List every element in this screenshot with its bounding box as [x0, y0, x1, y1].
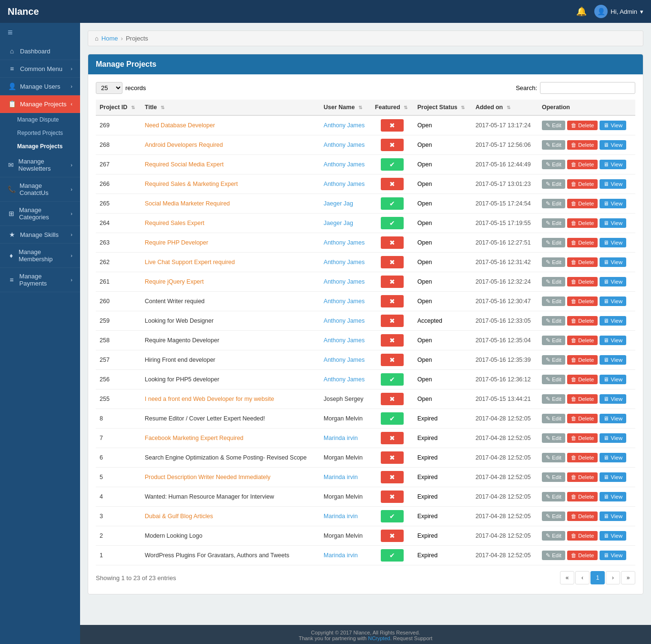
- delete-button[interactable]: 🗑 Delete: [567, 179, 598, 189]
- edit-button[interactable]: ✎ Edit: [542, 414, 565, 423]
- featured-no-button[interactable]: ✖: [381, 315, 404, 327]
- featured-no-button[interactable]: ✖: [381, 451, 404, 464]
- title-link[interactable]: Live Chat Support Expert required: [145, 259, 235, 266]
- featured-no-button[interactable]: ✖: [381, 432, 404, 444]
- delete-button[interactable]: 🗑 Delete: [567, 336, 598, 345]
- pagination-page-1[interactable]: 1: [590, 571, 605, 584]
- edit-button[interactable]: ✎ Edit: [542, 199, 565, 208]
- featured-no-button[interactable]: ✖: [381, 393, 404, 405]
- delete-button[interactable]: 🗑 Delete: [567, 472, 598, 482]
- sidebar-item-manage-skills[interactable]: ★ Manage Skills ›: [0, 226, 80, 244]
- title-link[interactable]: Modern Looking Logo: [145, 532, 203, 539]
- featured-no-button[interactable]: ✖: [381, 354, 404, 366]
- featured-no-button[interactable]: ✖: [381, 178, 404, 190]
- featured-no-button[interactable]: ✖: [381, 236, 404, 249]
- featured-no-button[interactable]: ✖: [381, 334, 404, 347]
- title-link[interactable]: Looking for Web Designer: [145, 317, 214, 324]
- delete-button[interactable]: 🗑 Delete: [567, 551, 598, 560]
- featured-no-button[interactable]: ✖: [381, 530, 404, 542]
- pagination-prev[interactable]: ‹: [575, 571, 590, 584]
- delete-button[interactable]: 🗑 Delete: [567, 199, 598, 208]
- records-per-page-select[interactable]: 25 10 50 100: [96, 82, 122, 94]
- view-button[interactable]: 🖥 View: [600, 218, 626, 228]
- title-link[interactable]: Required Sales & Marketing Expert: [145, 181, 238, 187]
- notification-bell-icon[interactable]: 🔔: [576, 6, 587, 17]
- title-link[interactable]: Product Description Writer Needed Immedi…: [145, 474, 271, 480]
- view-button[interactable]: 🖥 View: [600, 551, 626, 560]
- featured-yes-button[interactable]: ✔: [381, 197, 404, 210]
- featured-no-button[interactable]: ✖: [381, 471, 404, 483]
- edit-button[interactable]: ✎ Edit: [542, 160, 565, 169]
- sidebar-toggle[interactable]: ≡: [0, 23, 80, 42]
- sidebar-subitem-reported-projects[interactable]: Reported Projects: [0, 126, 80, 140]
- edit-button[interactable]: ✎ Edit: [542, 257, 565, 267]
- title-link[interactable]: Social Media Marketer Required: [145, 200, 230, 207]
- edit-button[interactable]: ✎ Edit: [542, 551, 565, 560]
- sidebar-item-manage-categories[interactable]: ⊞ Manage Categories ›: [0, 202, 80, 226]
- title-link[interactable]: Content Writer requied: [145, 298, 205, 305]
- featured-yes-button[interactable]: ✔: [381, 412, 404, 425]
- featured-no-button[interactable]: ✖: [381, 491, 404, 503]
- title-link[interactable]: Hiring Front end developer: [145, 357, 215, 363]
- delete-button[interactable]: 🗑 Delete: [567, 218, 598, 228]
- edit-button[interactable]: ✎ Edit: [542, 179, 565, 189]
- view-button[interactable]: 🖥 View: [600, 257, 626, 267]
- edit-button[interactable]: ✎ Edit: [542, 218, 565, 228]
- sidebar-item-manage-users[interactable]: 👤 Manage Users ›: [0, 78, 80, 95]
- title-link[interactable]: Required Social Media Expert: [145, 161, 224, 168]
- edit-button[interactable]: ✎ Edit: [542, 472, 565, 482]
- featured-no-button[interactable]: ✖: [381, 295, 404, 307]
- edit-button[interactable]: ✎ Edit: [542, 355, 565, 365]
- title-link[interactable]: Search Engine Optimization & Some Postin…: [145, 454, 307, 461]
- view-button[interactable]: 🖥 View: [600, 492, 626, 501]
- edit-button[interactable]: ✎ Edit: [542, 531, 565, 541]
- delete-button[interactable]: 🗑 Delete: [567, 238, 598, 247]
- user-menu[interactable]: 👤 Hi, Admin ▾: [594, 5, 643, 18]
- featured-yes-button[interactable]: ✔: [381, 549, 404, 562]
- view-button[interactable]: 🖥 View: [600, 296, 626, 306]
- sidebar-item-common-menu[interactable]: ≡ Common Menu ›: [0, 60, 80, 78]
- sidebar-item-manage-contact[interactable]: 📞 Manage ConatctUs ›: [0, 177, 80, 202]
- pagination-next[interactable]: ›: [606, 571, 620, 584]
- delete-button[interactable]: 🗑 Delete: [567, 394, 598, 404]
- sidebar-item-dashboard[interactable]: ⌂ Dashboard: [0, 42, 80, 60]
- view-button[interactable]: 🖥 View: [600, 472, 626, 482]
- edit-button[interactable]: ✎ Edit: [542, 296, 565, 306]
- pagination-first[interactable]: «: [560, 571, 574, 584]
- edit-button[interactable]: ✎ Edit: [542, 277, 565, 286]
- view-button[interactable]: 🖥 View: [600, 121, 626, 130]
- edit-button[interactable]: ✎ Edit: [542, 140, 565, 150]
- breadcrumb-home[interactable]: Home: [102, 35, 118, 42]
- sidebar-item-manage-newsletters[interactable]: ✉ Manange Newsletters ›: [0, 153, 80, 177]
- featured-yes-button[interactable]: ✔: [381, 217, 404, 229]
- featured-no-button[interactable]: ✖: [381, 119, 404, 132]
- view-button[interactable]: 🖥 View: [600, 511, 626, 521]
- view-button[interactable]: 🖥 View: [600, 394, 626, 404]
- title-link[interactable]: Require PHP Developer: [145, 239, 208, 246]
- title-link[interactable]: Android Developers Required: [145, 142, 223, 148]
- featured-no-button[interactable]: ✖: [381, 276, 404, 288]
- view-button[interactable]: 🖥 View: [600, 179, 626, 189]
- title-link[interactable]: Require jQuery Expert: [145, 278, 204, 285]
- delete-button[interactable]: 🗑 Delete: [567, 453, 598, 462]
- view-button[interactable]: 🖥 View: [600, 277, 626, 286]
- delete-button[interactable]: 🗑 Delete: [567, 355, 598, 365]
- title-link[interactable]: Resume Editor / Cover Letter Expert Need…: [145, 415, 265, 422]
- view-button[interactable]: 🖥 View: [600, 160, 626, 169]
- pagination-last[interactable]: »: [621, 571, 635, 584]
- view-button[interactable]: 🖥 View: [600, 238, 626, 247]
- delete-button[interactable]: 🗑 Delete: [567, 375, 598, 384]
- footer-link[interactable]: NCrypted: [368, 635, 390, 641]
- sidebar-item-manage-membership[interactable]: ♦ Manage Membership ›: [0, 244, 80, 268]
- edit-button[interactable]: ✎ Edit: [542, 492, 565, 501]
- delete-button[interactable]: 🗑 Delete: [567, 433, 598, 443]
- featured-no-button[interactable]: ✖: [381, 139, 404, 151]
- edit-button[interactable]: ✎ Edit: [542, 316, 565, 326]
- view-button[interactable]: 🖥 View: [600, 140, 626, 150]
- delete-button[interactable]: 🗑 Delete: [567, 277, 598, 286]
- edit-button[interactable]: ✎ Edit: [542, 336, 565, 345]
- edit-button[interactable]: ✎ Edit: [542, 453, 565, 462]
- delete-button[interactable]: 🗑 Delete: [567, 511, 598, 521]
- sidebar-subitem-manage-projects[interactable]: Manage Projects: [0, 140, 80, 153]
- delete-button[interactable]: 🗑 Delete: [567, 492, 598, 501]
